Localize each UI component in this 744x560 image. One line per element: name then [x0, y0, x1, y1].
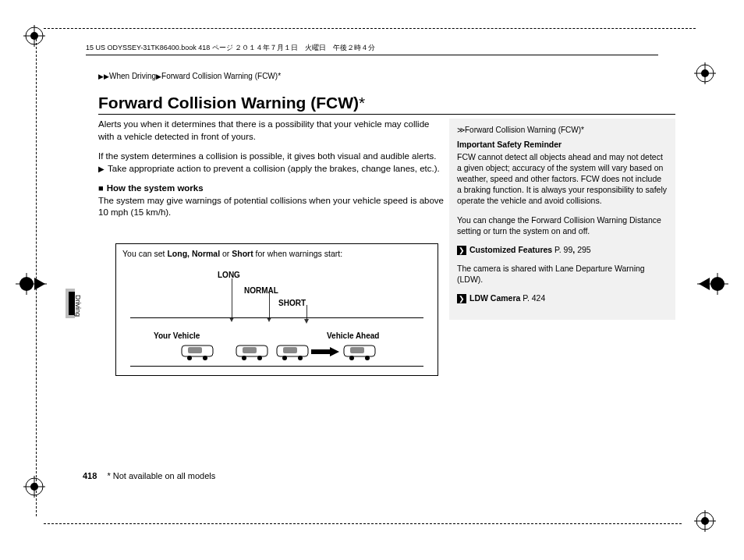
car-icon — [235, 342, 269, 361]
registration-mark-icon — [23, 476, 45, 498]
label-vehicle-ahead: Vehicle Ahead — [327, 331, 379, 340]
registration-mark-icon — [694, 62, 716, 84]
triangle-icon: ▶ — [156, 73, 161, 80]
action-bullet: Take appropriate action to prevent a col… — [98, 164, 440, 173]
registration-mark-icon — [694, 510, 716, 532]
sidebar-heading: Important Safety Reminder — [457, 139, 668, 150]
triangle-icon: ▶▶ — [98, 73, 109, 80]
svg-point-38 — [365, 356, 370, 360]
registration-mark-icon — [16, 273, 47, 295]
xref-icon: ❯ — [457, 294, 466, 303]
label-short: SHORT — [278, 299, 306, 307]
breadcrumb: ▶▶When Driving▶Forward Collision Warning… — [98, 72, 281, 80]
svg-point-25 — [203, 356, 207, 360]
crop-frame — [36, 39, 37, 516]
svg-point-33 — [298, 356, 303, 360]
marker-arrow-icon — [232, 278, 232, 317]
page-footer: 418 * Not available on all models — [83, 471, 215, 480]
how-it-works-paragraph: The system may give warnings of potentia… — [98, 195, 445, 219]
xref-icon: ❯ — [457, 246, 466, 255]
svg-point-32 — [282, 356, 287, 360]
alert-paragraph: If the system determines a collision is … — [98, 151, 445, 175]
footnote: * Not available on all models — [107, 471, 215, 480]
crop-frame — [44, 523, 682, 524]
settings-change-text: You can change the Forward Collision War… — [457, 214, 668, 236]
car-icon — [342, 342, 377, 361]
registration-mark-icon — [23, 25, 45, 47]
svg-point-28 — [242, 356, 246, 360]
svg-point-37 — [349, 356, 354, 360]
main-content: Alerts you when it determines that there… — [98, 119, 445, 227]
label-normal: NORMAL — [244, 286, 278, 295]
intro-paragraph: Alerts you when it determines that there… — [98, 119, 445, 143]
crop-frame — [44, 28, 696, 44]
svg-point-29 — [257, 356, 262, 360]
sidebar-info-box: ≫Forward Collision Warning (FCW)* Import… — [449, 119, 675, 320]
road-line — [130, 317, 423, 318]
svg-point-24 — [187, 356, 192, 360]
registration-mark-icon — [697, 273, 728, 295]
camera-shared-text: The camera is shared with Lane Departure… — [457, 263, 668, 285]
sidebar-title: ≫Forward Collision Warning (FCW)* — [457, 125, 668, 136]
cross-reference: ❯LDW Camera P. 424 — [457, 292, 668, 303]
car-icon — [180, 342, 214, 361]
cross-reference: ❯Customized Features P. 99, 295 — [457, 244, 668, 255]
arrow-right-icon — [311, 347, 339, 356]
road-line — [130, 366, 423, 367]
label-your-vehicle: Your Vehicle — [154, 331, 200, 340]
svg-rect-23 — [188, 347, 202, 353]
svg-rect-36 — [350, 347, 364, 353]
section-heading: How the system works — [98, 183, 445, 195]
link-icon: ≫ — [457, 126, 465, 134]
diagram-caption: You can set Long, Normal or Short for wh… — [116, 244, 438, 258]
car-icon — [275, 342, 310, 361]
label-long: LONG — [218, 271, 240, 279]
svg-rect-27 — [243, 347, 257, 353]
svg-rect-34 — [311, 349, 330, 354]
safety-reminder-text: FCW cannot detect all objects ahead and … — [457, 151, 668, 207]
page-number: 418 — [83, 471, 97, 480]
warning-distance-diagram: You can set Long, Normal or Short for wh… — [115, 243, 438, 376]
section-tab-label: Driving — [74, 295, 82, 317]
svg-rect-31 — [283, 347, 297, 353]
print-header: 15 US ODYSSEY-31TK86400.book 418 ページ ２０１… — [86, 43, 658, 55]
page-title: Forward Collision Warning (FCW)* — [98, 94, 675, 115]
marker-arrow-icon — [269, 292, 270, 317]
